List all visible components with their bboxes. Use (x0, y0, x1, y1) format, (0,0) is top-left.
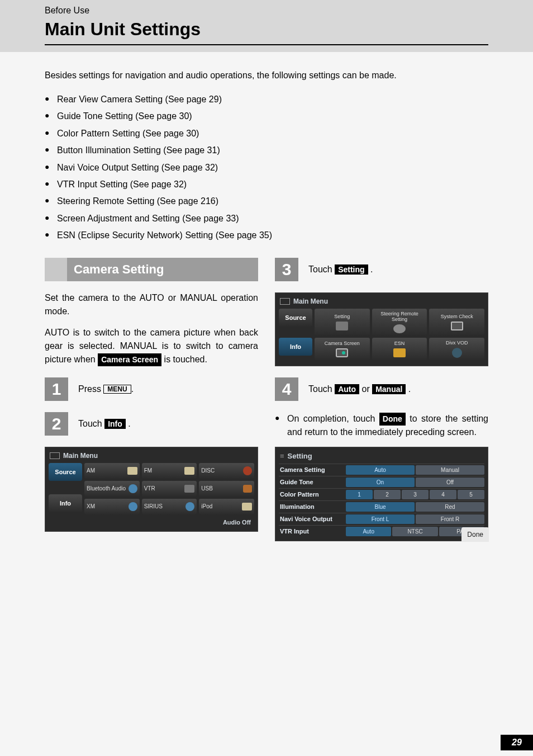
option-4-button[interactable]: 4 (430, 490, 456, 499)
vtr-source-button[interactable]: VTR (142, 481, 197, 497)
section-label: Before Use (45, 6, 533, 16)
completion-note: On completion, touch Done to store the s… (275, 412, 488, 439)
device-screenshot-settings-list: Setting Camera Setting Auto Manual Guide… (275, 447, 488, 541)
camera-screen-label: Camera Screen (98, 353, 161, 366)
option-5-button[interactable]: 5 (458, 490, 484, 499)
settings-bullet-list: Rear View Camera Setting (See page 29) G… (45, 91, 488, 244)
done-button-label: Done (379, 413, 406, 426)
list-icon (336, 322, 348, 330)
device-screenshot-info-menu: Main Menu Source Info Setting Steering R… (275, 292, 488, 366)
option-manual-button[interactable]: Manual (416, 465, 484, 475)
radio-icon (184, 467, 194, 475)
intro-text: Besides settings for navigation and audi… (45, 69, 488, 82)
menu-button-label: MENU (103, 385, 131, 394)
step-number: 3 (275, 258, 298, 281)
option-auto-button[interactable]: Auto (346, 465, 415, 475)
setting-label: VTR Input (279, 527, 346, 536)
device-window-title: Main Menu (49, 451, 254, 463)
step-text: Touch Auto or Manual . (308, 384, 411, 394)
setting-row-vtr-input: VTR Input Auto NTSC PAL (279, 525, 484, 537)
done-button[interactable]: Done (461, 527, 489, 542)
para-2: AUTO is to switch to the camera picture … (45, 326, 258, 366)
option-red-button[interactable]: Red (416, 502, 484, 512)
setting-row-camera: Camera Setting Auto Manual (279, 464, 484, 476)
step-text-post: . (126, 419, 131, 428)
vod-icon (452, 348, 462, 358)
option-blue-button[interactable]: Blue (346, 502, 415, 512)
page-number: 29 (501, 735, 533, 750)
info-button-label: Info (104, 419, 126, 429)
info-tab[interactable]: Info (279, 338, 312, 356)
option-auto-button[interactable]: Auto (346, 527, 391, 536)
list-item: Color Pattern Setting (See page 30) (45, 125, 488, 142)
info-tab[interactable]: Info (49, 494, 82, 512)
usb-icon (243, 485, 252, 493)
step-text: Touch Info . (78, 419, 131, 429)
camera-icon (336, 348, 348, 357)
option-front-l-button[interactable]: Front L (346, 514, 415, 524)
option-1-button[interactable]: 1 (346, 490, 373, 499)
setting-row-color-pattern: Color Pattern 1 2 3 4 5 (279, 488, 484, 500)
setting-row-guide-tone: Guide Tone On Off (279, 476, 484, 488)
step-text-pre: Press (78, 384, 103, 394)
device-screenshot-source-menu: Main Menu Source Info AM FM DISC Blueto (45, 447, 258, 532)
option-front-r-button[interactable]: Front R (416, 514, 484, 524)
source-tab[interactable]: Source (49, 463, 82, 481)
option-ntsc-button[interactable]: NTSC (392, 527, 437, 536)
option-2-button[interactable]: 2 (374, 490, 401, 499)
para-2-b: is touched. (161, 355, 207, 364)
audio-off-button[interactable]: Audio Off (84, 517, 254, 526)
sirius-source-button[interactable]: SIRIUS (142, 499, 197, 514)
two-column-layout: Camera Setting Set the camera to the AUT… (45, 258, 488, 541)
manual-button-label: Manual (372, 384, 406, 394)
vtr-icon (184, 485, 194, 493)
auto-button-label: Auto (335, 384, 359, 394)
page-title: Main Unit Settings (45, 19, 488, 45)
note-pre: On completion, touch (287, 414, 379, 423)
step-text-pre: Touch (308, 264, 335, 274)
fm-source-button[interactable]: FM (142, 463, 197, 479)
step-text-pre: Touch (78, 419, 104, 428)
right-column: 3 Touch Setting . Main Menu Source Info … (275, 258, 488, 541)
setting-label: Navi Voice Output (279, 514, 346, 524)
ipod-icon (242, 503, 252, 511)
step-text-post: . (368, 264, 373, 274)
satellite-icon (185, 502, 194, 511)
step-text: Press MENU. (78, 384, 134, 394)
settings-panel-title: Setting (279, 451, 484, 464)
setting-label: Illumination (279, 502, 346, 512)
ipod-source-button[interactable]: iPod (199, 499, 254, 514)
option-on-button[interactable]: On (346, 478, 415, 487)
step-text-post: . (406, 384, 411, 394)
disc-source-button[interactable]: DISC (199, 463, 254, 479)
source-tab[interactable]: Source (279, 309, 312, 327)
left-column: Camera Setting Set the camera to the AUT… (45, 258, 258, 541)
setting-tile[interactable]: Setting (315, 309, 370, 336)
option-3-button[interactable]: 3 (402, 490, 429, 499)
usb-source-button[interactable]: USB (199, 481, 254, 497)
bluetooth-source-button[interactable]: Bluetooth Audio (84, 481, 140, 497)
am-source-button[interactable]: AM (84, 463, 140, 479)
setting-label: Color Pattern (279, 490, 346, 499)
list-item: ESN (Eclipse Security Network) Setting (… (45, 227, 488, 244)
list-item: VTR Input Setting (See page 32) (45, 176, 488, 193)
step-1: 1 Press MENU. (45, 377, 258, 401)
list-item: Screen Adjustment and Setting (See page … (45, 210, 488, 227)
option-off-button[interactable]: Off (416, 478, 484, 487)
esn-tile[interactable]: ESN (372, 338, 427, 360)
step-4: 4 Touch Auto or Manual . (275, 377, 488, 401)
setting-row-illumination: Illumination Blue Red (279, 500, 484, 513)
bluetooth-icon (129, 484, 137, 493)
list-item: Steering Remote Setting (See page 216) (45, 193, 488, 210)
setting-label: Guide Tone (279, 478, 346, 487)
xm-source-button[interactable]: XM (84, 499, 140, 514)
setting-label: Camera Setting (279, 465, 346, 475)
step-text: Touch Setting . (308, 264, 373, 275)
setting-button-label: Setting (335, 264, 368, 275)
divx-vod-tile[interactable]: Divx VOD (429, 338, 484, 360)
system-check-tile[interactable]: System Check (429, 309, 484, 336)
steering-remote-tile[interactable]: Steering Remote Setting (372, 309, 427, 336)
camera-screen-tile[interactable]: Camera Screen (315, 338, 370, 360)
step-text-mid: or (359, 384, 372, 394)
header-bar: Before Use Main Unit Settings (0, 0, 533, 52)
